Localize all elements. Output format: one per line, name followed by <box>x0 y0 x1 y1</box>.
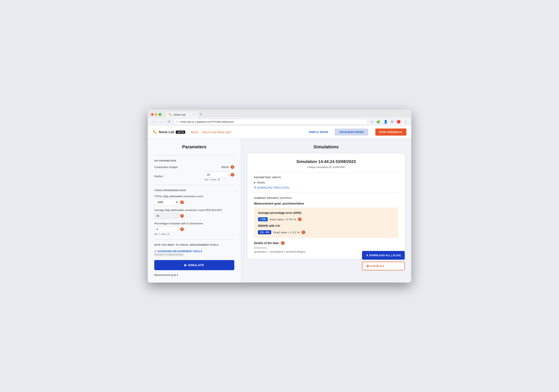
ape-value-row: < 1% Exact value = 0.741 % ? <box>258 217 394 221</box>
browser-window: ✏️ Noise Lab × + ← → ↺ ⊙ noise-lab.uc.r.… <box>148 110 411 282</box>
right-panel: Simulations Simulation 14:44:24 03/08/20… <box>241 138 411 265</box>
epsilon-help-icon[interactable]: ? <box>231 173 234 177</box>
overflow-menu-button[interactable]: ⋮ <box>403 119 408 124</box>
simulate-button[interactable]: ▶ SIMULATE <box>154 260 234 270</box>
pct-zero-input-row: ? <box>154 226 234 232</box>
ape-exact-value: Exact value = 0.741 % <box>270 218 296 221</box>
about-link[interactable]: About <box>188 131 200 134</box>
details-toggle-label: Details <box>257 181 265 184</box>
summary-reports-label: SUMMARY REPORTS (OUTPUT) <box>254 197 398 199</box>
ape-row: Average percentage error (APE): <box>258 211 394 215</box>
app-logo-icon: ✏️ <box>153 130 157 134</box>
app-name-text: Noise Lab <box>159 130 174 134</box>
active-tab[interactable]: ✏️ Noise Lab × <box>165 112 198 117</box>
rmspe-exact-number: 1.111 <box>290 231 297 234</box>
browser-dots <box>151 113 161 116</box>
refresh-button[interactable]: ↺ <box>166 119 171 124</box>
measurement-goals-label: DATA YOU WANT TO TRACK: MEASUREMENT GOAL… <box>154 244 234 246</box>
total-daily-row: TOTAL daily attributable conversion coun… <box>154 195 234 205</box>
tab-favicon: ✏️ <box>169 113 172 116</box>
extensions-button[interactable]: 🧩 <box>376 119 381 124</box>
total-daily-select[interactable]: 1000 <box>154 199 178 205</box>
app-header: ✏️ Noise Lab v2.7.0 About How to use Noi… <box>148 126 411 138</box>
floating-action-buttons: ⬇ DOWNLOAD ALL (.XLSX) 🗑 CLEAR ALL <box>362 251 405 271</box>
pct-zero-input[interactable] <box>154 226 178 232</box>
avg-daily-help-icon[interactable]: ? <box>180 214 184 218</box>
rmspe-exact-prefix: Exact value = <box>273 231 289 234</box>
forward-button[interactable]: → <box>159 119 164 124</box>
browser-dots-row: ✏️ Noise Lab × + <box>151 112 408 117</box>
left-panel: Parameters API PARAMETERS Contribution b… <box>148 138 241 282</box>
ape-label: Average percentage error (APE): <box>258 211 302 215</box>
divider-2 <box>154 185 234 185</box>
app-body: Parameters API PARAMETERS Contribution b… <box>148 138 411 282</box>
details-toggle[interactable]: ▶ Details <box>254 181 398 184</box>
rmspe-help-icon[interactable]: ? <box>302 231 305 234</box>
header-nav-links: About How to use Noise Lab? <box>188 131 233 134</box>
how-to-link[interactable]: How to use Noise Lab? <box>200 131 233 134</box>
give-feedback-button[interactable]: GIVE FEEDBACK <box>375 129 406 136</box>
epsilon-input[interactable] <box>205 172 229 177</box>
unique-id-value: bc067445 <box>333 166 345 169</box>
simulation-id: Unique simulation ID: bc067445 <box>254 166 398 169</box>
details-help-icon[interactable]: ? <box>281 241 285 245</box>
close-dot[interactable] <box>151 113 154 116</box>
download-csv-link[interactable]: ⬇ DOWNLOAD TABLE (CSV) <box>254 186 289 189</box>
rmspe-badge: 1% - 5% <box>258 230 271 234</box>
epsilon-input-group: ? Min: 0, Max: 64 <box>205 172 234 181</box>
contribution-budget-label: Contribution budget: <box>154 166 219 169</box>
ape-help-icon[interactable]: ? <box>298 217 302 221</box>
parameters-title: Parameters <box>154 144 234 149</box>
sim-divider-1 <box>254 173 398 173</box>
tab-close-button[interactable]: × <box>193 113 195 116</box>
new-tab-button[interactable]: + <box>198 112 204 117</box>
app-logo: ✏️ Noise Lab v2.7.0 <box>153 130 185 134</box>
back-button[interactable]: ← <box>151 119 157 124</box>
tab-title: Noise Lab <box>174 113 186 116</box>
version-badge: v2.7.0 <box>176 131 185 134</box>
browser-nav: ← → ↺ ⊙ noise-lab.uc.r.appspot.com/?mode… <box>148 117 411 126</box>
profile-button[interactable]: 🔴 <box>396 119 401 124</box>
epsilon-row: Epsilon: ? Min: 0, Max: 64 <box>154 172 234 181</box>
api-parameters-label: API PARAMETERS <box>154 159 234 162</box>
rmspe-row: RMSPE with t=5: <box>258 224 394 227</box>
epsilon-input-row: ? <box>205 172 234 177</box>
avg-daily-input <box>154 213 178 219</box>
epsilon-hint: Min: 0, Max: 64 <box>205 178 234 181</box>
sim-divider-2 <box>254 193 398 193</box>
simulation-title: Simulation 14:44:24 03/08/2023 <box>254 159 398 164</box>
pct-zero-hint: Min: 0, Max: 10 <box>154 233 234 235</box>
simple-mode-button[interactable]: SIMPLE MODE <box>305 129 332 135</box>
ape-exact-unit: % <box>294 218 296 221</box>
simulation-card: Simulation 14:44:24 03/08/2023 Unique si… <box>247 154 405 259</box>
contribution-budget-help-icon[interactable]: ? <box>231 165 234 169</box>
download-all-button[interactable]: ⬇ DOWNLOAD ALL (.XLSX) <box>362 251 405 260</box>
grammarly-button[interactable]: G <box>390 119 394 124</box>
account-button[interactable]: 👤 <box>383 119 389 124</box>
measurement-goal-title: Measurement goal: purchaseValue <box>254 202 398 205</box>
total-daily-input-row: 1000 ? <box>154 199 234 205</box>
parameters-input-label: PARAMETERS (INPUT) <box>254 176 398 178</box>
bookmark-button[interactable]: ☆ <box>370 119 374 124</box>
toggle-arrow: ▶ <box>254 181 256 184</box>
address-bar[interactable]: ⊙ noise-lab.uc.r.appspot.com/?mode=advan… <box>174 119 367 124</box>
measurement-goal-1-label: Measurement goal 1 <box>154 273 234 276</box>
nav-right-icons: ☆ 🧩 👤 G 🔴 ⋮ <box>370 119 408 124</box>
pct-zero-row: Percentage of buckets with 0 conversions… <box>154 222 234 235</box>
unique-id-label: Unique simulation ID: <box>307 166 333 169</box>
maximize-dot[interactable] <box>159 113 161 116</box>
rmspe-exact-unit: % <box>297 231 300 234</box>
total-daily-label: TOTAL daily attributable conversion coun… <box>154 195 234 198</box>
clear-all-button[interactable]: 🗑 CLEAR ALL <box>362 262 405 271</box>
total-daily-help-icon[interactable]: ? <box>180 200 184 204</box>
advanced-mode-button[interactable]: ADVANCED MODE <box>335 129 368 135</box>
pct-zero-label: Percentage of buckets with 0 conversions… <box>154 222 234 225</box>
details-of-data-label: Details of the data: ? <box>254 241 398 245</box>
contribution-budget-row: Contribution budget: 65536 ? <box>154 165 234 169</box>
avg-daily-row: Average daily attributable conversion co… <box>154 209 234 219</box>
pct-zero-help-icon[interactable]: ? <box>180 227 184 231</box>
ape-card: Average percentage error (APE): < 1% Exa… <box>254 207 398 238</box>
minimize-dot[interactable] <box>155 113 158 116</box>
show-hide-measurement-goals[interactable]: ▼ SHOW/HIDE MEASUREMENT GOALS <box>154 250 202 253</box>
divider-3 <box>154 239 234 240</box>
